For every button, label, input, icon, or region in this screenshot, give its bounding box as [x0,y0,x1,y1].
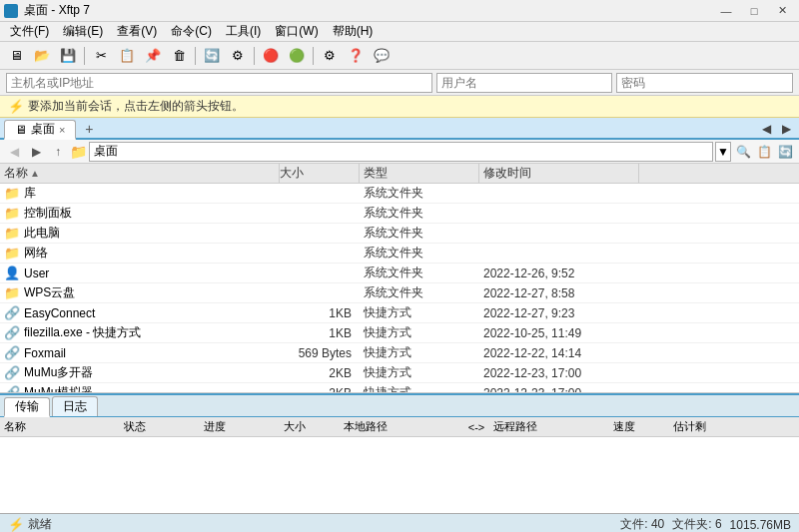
toolbar-properties[interactable]: ⚙ [226,45,250,67]
path-search-button[interactable]: 🔍 [733,142,753,162]
tab-nav-controls: ◀ ▶ [757,120,795,138]
menu-window[interactable]: 窗口(W) [269,21,324,42]
path-refresh-button[interactable]: 🔄 [775,142,795,162]
toolbar-copy[interactable]: 📋 [115,45,139,67]
total-size: 1015.76MB [730,518,791,532]
file-type: 快捷方式 [360,344,479,361]
tc-size: 大小 [280,419,340,434]
maximize-button[interactable]: □ [741,2,767,20]
file-date: 2022-12-23, 17:00 [479,366,639,380]
file-icon: 🔗 [4,385,20,394]
list-item[interactable]: 👤 User 系统文件夹 2022-12-26, 9:52 [0,264,799,283]
host-input[interactable] [6,73,432,93]
file-date: 2022-10-25, 11:49 [479,326,639,340]
file-icon: 👤 [4,266,20,281]
file-size: 2KB [280,386,360,394]
file-date: 2022-12-22, 14:14 [479,346,639,360]
address-bar [0,70,799,96]
menu-cmd[interactable]: 命令(C) [165,21,218,42]
list-item[interactable]: 🔗 MuMu多开器 2KB 快捷方式 2022-12-23, 17:00 [0,363,799,383]
path-dropdown-button[interactable]: ▼ [715,142,731,162]
close-button[interactable]: ✕ [769,2,795,20]
file-type: 系统文件夹 [360,245,479,262]
file-list-container[interactable]: 名称 ▲ 大小 类型 修改时间 📁 库 系统文件夹 📁 控制面板 [0,164,799,393]
file-type: 系统文件夹 [360,265,479,281]
transfer-content [0,437,799,513]
transfer-header: 名称 状态 进度 大小 本地路径 <-> 远程路径 速度 估计剩 [0,417,799,437]
list-item[interactable]: 📁 网络 系统文件夹 [0,244,799,264]
status-bar: ⚡ 就绪 文件: 40 文件夹: 6 1015.76MB [0,513,799,532]
file-date: 2022-12-26, 9:52 [479,266,639,280]
tab-nav-left[interactable]: ◀ [757,120,775,138]
bottom-area: 传输 日志 名称 状态 进度 大小 本地路径 <-> 远程路径 速度 估计剩 [0,393,799,513]
toolbar-save[interactable]: 💾 [56,45,80,67]
nav-back-button[interactable]: ◀ [4,142,24,162]
app-icon [4,4,18,18]
col-header-date[interactable]: 修改时间 [479,164,639,183]
file-type: 系统文件夹 [360,284,479,301]
file-name: EasyConnect [24,306,95,320]
list-item[interactable]: 🔗 MuMu模拟器 2KB 快捷方式 2022-12-23, 17:00 [0,383,799,393]
tab-nav-right-btn[interactable]: ▶ [777,120,795,138]
path-bar: ◀ ▶ ↑ 📁 ▼ 🔍 📋 🔄 [0,140,799,164]
col-header-name[interactable]: 名称 ▲ [0,164,280,183]
tab-add-button[interactable]: + [80,120,98,138]
file-icon: 📁 [4,285,20,301]
password-input[interactable] [616,73,793,93]
username-input[interactable] [436,73,613,93]
file-date: 2022-12-23, 17:00 [479,386,639,394]
file-name: Foxmail [24,346,66,360]
list-item[interactable]: 📁 此电脑 系统文件夹 [0,224,799,244]
window-controls: — □ ✕ [713,2,795,20]
file-list-header: 名称 ▲ 大小 类型 修改时间 [0,164,799,184]
list-item[interactable]: 🔗 EasyConnect 1KB 快捷方式 2022-12-27, 9:23 [0,303,799,323]
menu-edit[interactable]: 编辑(E) [57,21,109,42]
toolbar-settings[interactable]: ⚙ [318,45,342,67]
toolbar-refresh[interactable]: 🔄 [200,45,224,67]
toolbar-paste[interactable]: 📌 [141,45,165,67]
bottom-tab-log[interactable]: 日志 [52,396,98,416]
list-item[interactable]: 📁 库 系统文件夹 [0,184,799,204]
status-text: 就绪 [28,516,52,532]
toolbar-disconnect[interactable]: 🟢 [285,45,309,67]
file-rows-container: 📁 库 系统文件夹 📁 控制面板 系统文件夹 📁 此电脑 系统文件夹 [0,184,799,393]
minimize-button[interactable]: — [713,2,739,20]
tc-speed: 速度 [609,419,669,434]
toolbar-sep2 [195,47,196,65]
toolbar-chat[interactable]: 💬 [370,45,394,67]
status-right: 文件: 40 文件夹: 6 1015.76MB [620,516,791,532]
toolbar-open[interactable]: 📂 [30,45,54,67]
toolbar-delete[interactable]: 🗑 [167,45,191,67]
list-item[interactable]: 🔗 filezilla.exe - 快捷方式 1KB 快捷方式 2022-10-… [0,323,799,343]
hint-icon: ⚡ [8,99,24,114]
file-icon: 🔗 [4,365,20,381]
nav-up-button[interactable]: ↑ [48,142,68,162]
toolbar-cut[interactable]: ✂ [89,45,113,67]
toolbar-connect[interactable]: 🔴 [259,45,283,67]
sort-arrow-name: ▲ [30,168,40,179]
file-type: 快捷方式 [360,304,479,321]
file-size: 2KB [280,366,360,380]
path-view-button[interactable]: 📋 [754,142,774,162]
toolbar-new-session[interactable]: 🖥 [4,45,28,67]
bottom-tab-transfer[interactable]: 传输 [4,397,50,417]
nav-forward-button[interactable]: ▶ [26,142,46,162]
tab-desktop[interactable]: 🖥 桌面 × [4,120,76,140]
list-item[interactable]: 📁 控制面板 系统文件夹 [0,204,799,224]
title-bar: 桌面 - Xftp 7 — □ ✕ [0,0,799,22]
file-type: 系统文件夹 [360,225,479,242]
toolbar-help[interactable]: ❓ [344,45,368,67]
bottom-tabs: 传输 日志 [0,395,799,417]
file-size: 1KB [280,326,360,340]
menu-tools[interactable]: 工具(I) [220,21,267,42]
list-item[interactable]: 📁 WPS云盘 系统文件夹 2022-12-27, 8:58 [0,283,799,303]
menu-file[interactable]: 文件(F) [4,21,55,42]
col-header-type[interactable]: 类型 [360,164,479,183]
menu-help[interactable]: 帮助(H) [327,21,380,42]
col-header-size[interactable]: 大小 [280,164,360,183]
menu-view[interactable]: 查看(V) [111,21,163,42]
path-input[interactable] [89,142,713,162]
toolbar: 🖥 📂 💾 ✂ 📋 📌 🗑 🔄 ⚙ 🔴 🟢 ⚙ ❓ 💬 [0,42,799,70]
list-item[interactable]: 🔗 Foxmail 569 Bytes 快捷方式 2022-12-22, 14:… [0,343,799,363]
tab-close-icon[interactable]: × [59,124,65,136]
